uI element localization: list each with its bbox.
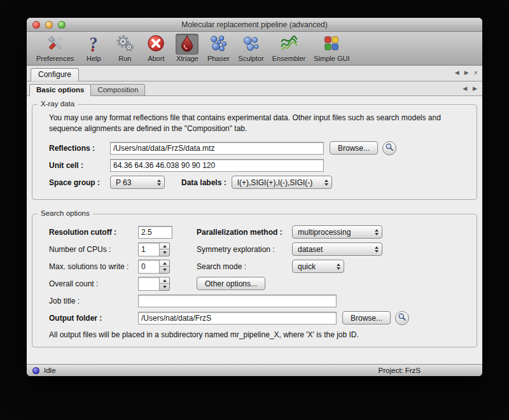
output-note: All output files will be placed in a sub… xyxy=(49,330,466,339)
xray-data-group: X-ray data You may use any format reflec… xyxy=(32,104,477,200)
data-labels-dropdown[interactable]: I(+),SIGI(+),I(-),SIGI(-) xyxy=(232,176,332,189)
toolbar-item-preferences[interactable]: Preferences xyxy=(34,34,76,62)
reflections-input[interactable] xyxy=(110,142,324,155)
data-labels-label: Data labels : xyxy=(181,178,227,187)
toolbar-label: Help xyxy=(87,55,101,62)
space-group-dropdown[interactable]: P 63 xyxy=(110,176,165,189)
overall-count-input[interactable] xyxy=(138,277,160,291)
max-solutions-spinner xyxy=(138,260,170,274)
basic-options-panel: X-ray data You may use any format reflec… xyxy=(27,96,482,364)
phaser-icon xyxy=(209,34,228,55)
toolbar-label: Run xyxy=(118,55,131,62)
dropdown-arrows-icon xyxy=(153,179,161,186)
space-group-value: P 63 xyxy=(116,178,131,187)
spinner-down-icon[interactable] xyxy=(160,284,169,290)
tab-basic-options[interactable]: Basic options xyxy=(29,84,91,96)
dropdown-arrows-icon xyxy=(370,229,379,235)
toolbar-label: Abort xyxy=(148,55,164,62)
xtriage-icon xyxy=(178,34,197,55)
reflections-browse-button[interactable]: Browse... xyxy=(330,141,378,155)
toolbar-label: Sculptor xyxy=(238,55,263,62)
tab-close-icon[interactable]: × xyxy=(474,70,478,76)
space-group-label: Space group : xyxy=(49,178,110,187)
max-solutions-input[interactable] xyxy=(138,260,160,274)
magnifier-icon xyxy=(384,142,394,154)
resolution-cutoff-input[interactable] xyxy=(138,226,172,239)
job-title-input[interactable] xyxy=(138,295,337,307)
output-folder-browse-button[interactable]: Browse... xyxy=(342,311,391,325)
toolbar-item-xtriage[interactable]: Xtriage xyxy=(174,34,200,62)
output-folder-input[interactable] xyxy=(138,312,337,325)
output-folder-label: Output folder : xyxy=(49,314,138,323)
search-mode-value: quick xyxy=(298,262,316,271)
help-icon: ? xyxy=(84,34,103,55)
status-text: Idle xyxy=(44,367,56,374)
toolbar-item-help[interactable]: ? Help xyxy=(80,34,107,62)
resolution-row: Resolution cutoff : Parallelization meth… xyxy=(49,225,466,239)
job-title-label: Job title : xyxy=(49,297,138,305)
reflections-search-button[interactable] xyxy=(382,141,396,155)
max-solutions-row: Max. solutions to write : Search mode : … xyxy=(49,260,466,274)
parallelization-method-label: Parallelization method : xyxy=(197,228,292,237)
reflections-label: Reflections : xyxy=(49,144,110,153)
window-title: Molecular replacement pipeline (advanced… xyxy=(27,20,482,29)
project-label: Project: FrzS xyxy=(379,367,421,374)
app-window: Molecular replacement pipeline (advanced… xyxy=(27,18,482,376)
spinner-down-icon[interactable] xyxy=(160,249,169,256)
output-folder-search-button[interactable] xyxy=(395,311,409,325)
other-options-button[interactable]: Other options... xyxy=(197,277,265,290)
toolbar-label: Xtriage xyxy=(176,55,199,62)
status-indicator-icon xyxy=(32,367,39,374)
magnifier-icon xyxy=(397,312,407,324)
unit-cell-input[interactable] xyxy=(110,159,324,172)
toolbar-item-sculptor[interactable]: Sculptor xyxy=(236,34,265,62)
cpus-row: Number of CPUs : Symmetry exploration : … xyxy=(49,242,466,256)
tab-scroll-left-icon[interactable]: ◀ xyxy=(455,69,459,76)
svg-text:?: ? xyxy=(90,34,98,52)
spinner-up-icon[interactable] xyxy=(160,260,169,267)
parallelization-method-dropdown[interactable]: multiprocessing xyxy=(292,225,382,239)
toolbar-item-ensembler[interactable]: Ensembler xyxy=(270,34,308,62)
data-labels-value: I(+),SIGI(+),I(-),SIGI(-) xyxy=(237,178,313,187)
spinner-up-icon[interactable] xyxy=(160,243,169,250)
toolbar-label: Ensembler xyxy=(272,55,306,62)
resolution-cutoff-label: Resolution cutoff : xyxy=(49,228,138,237)
search-mode-dropdown[interactable]: quick xyxy=(292,260,344,273)
tab-composition[interactable]: Composition xyxy=(90,84,145,96)
sub-tab-nav-controls: ◀ ▶ xyxy=(463,85,477,92)
cpus-stepper[interactable] xyxy=(160,242,170,256)
toolbar-item-run[interactable]: Run xyxy=(111,34,138,62)
tab-scroll-right-icon[interactable]: ▶ xyxy=(464,69,469,76)
sub-tab-bar: Basic options Composition ◀ ▶ xyxy=(27,81,482,96)
run-icon xyxy=(115,34,134,55)
spinner-down-icon[interactable] xyxy=(160,267,169,273)
toolbar-item-phaser[interactable]: Phaser xyxy=(205,34,232,62)
xray-description: You may use any format reflections file … xyxy=(49,113,465,135)
tab-nav-controls: ◀ ▶ × xyxy=(455,69,478,76)
output-folder-row: Output folder : Browse... xyxy=(49,311,466,325)
toolbar-item-simple-gui[interactable]: Simple GUI xyxy=(312,34,351,62)
cpus-input[interactable] xyxy=(138,242,160,256)
spinner-up-icon[interactable] xyxy=(160,277,169,284)
tab-configure[interactable]: Configure xyxy=(31,68,79,81)
symmetry-exploration-dropdown[interactable]: dataset xyxy=(292,242,382,256)
dropdown-arrows-icon xyxy=(320,179,328,186)
toolbar-item-abort[interactable]: Abort xyxy=(143,34,169,62)
toolbar-label: Preferences xyxy=(36,55,74,62)
search-mode-label: Search mode : xyxy=(197,262,292,271)
max-solutions-stepper[interactable] xyxy=(160,260,170,274)
simple-gui-icon xyxy=(322,34,341,55)
overall-count-stepper[interactable] xyxy=(160,277,170,291)
xray-group-title: X-ray data xyxy=(38,100,78,108)
dropdown-arrows-icon xyxy=(332,263,340,270)
toolbar: Preferences ? Help xyxy=(27,32,482,66)
toolbar-label: Phaser xyxy=(207,55,230,62)
unit-cell-label: Unit cell : xyxy=(49,161,110,170)
space-group-row: Space group : P 63 Data labels : I(+),SI… xyxy=(49,176,466,190)
subtab-scroll-right-icon[interactable]: ▶ xyxy=(473,85,477,92)
parallelization-method-value: multiprocessing xyxy=(298,228,351,237)
subtab-scroll-left-icon[interactable]: ◀ xyxy=(463,85,467,92)
reflections-row: Reflections : Browse... xyxy=(49,141,466,155)
cpus-spinner xyxy=(138,242,170,256)
search-options-group: Search options Resolution cutoff : Paral… xyxy=(32,214,477,347)
